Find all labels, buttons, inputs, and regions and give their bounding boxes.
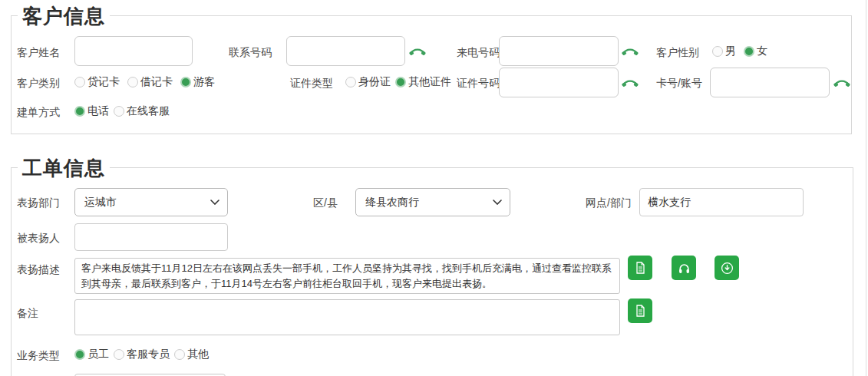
radio-gender-male[interactable]: 男 [712,45,736,58]
caller-number-label: 来电号码 [457,46,500,60]
radio-idtype-idcard[interactable]: 身份证 [345,75,391,89]
card-account-label: 卡号/账号 [656,77,702,91]
radio-circle-icon [180,77,191,87]
listen-recording-button[interactable] [672,256,696,280]
praise-dept-value: 运城市 [84,196,117,209]
radio-channel-online[interactable]: 在线客服 [114,104,170,118]
customer-category-radio-group: 贷记卡 借记卡 游客 [74,75,215,89]
radio-circle-icon [114,349,124,360]
card-account-input[interactable] [710,68,830,97]
radio-circle-icon [114,106,124,117]
creation-method-radio-group: 电话 在线客服 [74,104,170,118]
gender-radio-group: 男 女 [712,45,767,58]
radio-circle-icon [395,77,406,87]
description-document-button[interactable] [628,256,652,280]
document-icon [634,262,646,274]
gender-label: 客户性别 [656,46,699,60]
radio-circle-icon [345,77,356,87]
radio-circle-icon [74,349,85,360]
remark-label: 备注 [17,307,38,321]
radio-category-credit-card[interactable]: 贷记卡 [74,75,120,89]
description-textarea[interactable]: 客户来电反馈其于11月12日左右在该网点丢失一部手机，工作人员坚持为其寻找，找到… [74,258,620,294]
workorder-info-title: 工单信息 [18,155,110,182]
caller-number-input[interactable] [499,36,619,66]
download-icon [721,262,734,275]
radio-category-visitor[interactable]: 游客 [180,75,215,89]
radio-business-cs-specialist[interactable]: 客服专员 [114,348,170,361]
praise-workorder-form: 客户信息 客户姓名 联系号码 来电号码 客户性别 男 女 客户类别 贷记卡 [0,0,868,376]
page-right-border [866,0,866,376]
remark-textarea[interactable] [74,299,620,335]
radio-circle-icon [74,106,85,117]
customer-name-input[interactable] [74,36,193,66]
district-value: 绛县农商行 [365,196,419,209]
radio-circle-icon [174,349,185,360]
branch-input[interactable] [639,188,804,216]
remark-document-button[interactable] [628,298,652,323]
radio-category-debit-card[interactable]: 借记卡 [127,75,173,89]
chevron-down-icon [493,200,502,205]
contact-number-label: 联系号码 [229,46,272,60]
praise-dept-select[interactable]: 运城市 [74,188,228,216]
phone-icon[interactable] [622,47,639,56]
customer-category-label: 客户类别 [17,77,60,91]
id-type-label: 证件类型 [290,77,333,91]
id-number-input[interactable] [499,68,619,97]
radio-circle-icon [712,46,723,57]
radio-circle-icon [744,46,754,57]
phone-icon[interactable] [622,78,639,87]
business-type-label: 业务类型 [17,349,60,363]
radio-circle-icon [127,77,138,87]
district-select[interactable]: 绛县农商行 [355,188,510,216]
radio-channel-phone[interactable]: 电话 [74,104,109,118]
download-button[interactable] [715,256,739,280]
phone-icon[interactable] [409,47,426,56]
radio-idtype-other[interactable]: 其他证件 [395,75,451,89]
creation-method-label: 建单方式 [17,106,60,120]
radio-business-employee[interactable]: 员工 [74,348,109,361]
phone-icon[interactable] [833,78,850,87]
business-type-radio-group: 员工 客服专员 其他 [74,348,209,361]
customer-name-label: 客户姓名 [17,46,60,60]
document-icon [634,305,646,317]
radio-gender-female[interactable]: 女 [744,45,767,58]
id-number-label: 证件号码 [457,77,500,91]
chevron-down-icon [210,200,219,205]
district-label: 区/县 [313,196,338,210]
customer-info-title: 客户信息 [18,3,110,30]
praise-dept-label: 表扬部门 [17,196,60,210]
id-type-radio-group: 身份证 其他证件 [345,75,451,89]
contact-number-input[interactable] [286,36,405,66]
description-label: 表扬描述 [17,263,60,277]
praised-person-input[interactable] [74,223,228,251]
radio-circle-icon [74,77,85,87]
praised-person-label: 被表扬人 [17,232,60,246]
branch-label: 网点/部门 [586,196,632,210]
headphones-icon [678,262,691,275]
radio-business-other[interactable]: 其他 [174,348,209,361]
